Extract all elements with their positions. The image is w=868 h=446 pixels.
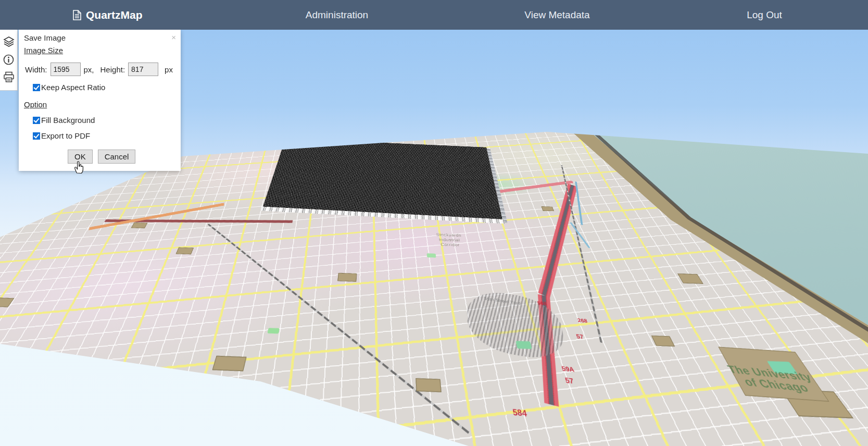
highway-dan-ryan-upper [538,183,577,298]
top-navbar: QuartzMap Administration View Metadata L… [0,0,868,30]
layers-icon [3,36,15,47]
print-tool-button[interactable] [0,68,17,86]
keep-aspect-ratio-checkbox[interactable] [33,84,40,91]
width-unit: px, [84,65,94,74]
building-footprint [416,378,441,392]
building-footprint [131,222,147,228]
building-footprint [0,298,14,307]
identify-tool-button[interactable] [0,51,17,68]
green-space [515,341,532,349]
building-footprint [651,336,675,346]
height-unit: px [165,65,173,74]
building-footprint [677,274,703,284]
width-label: Width: [25,65,47,74]
section-option: Option [24,100,181,109]
cancel-button[interactable]: Cancel [98,150,136,164]
ok-button[interactable]: OK [68,150,93,164]
keep-aspect-ratio-row: Keep Aspect Ratio [33,83,181,92]
route-shield: 59A [561,365,575,374]
width-input[interactable] [51,63,81,76]
document-logo-icon [73,10,81,20]
dialog-buttons: OK Cancel [68,150,181,171]
app-window: Stockyards Industrial Corridor The Unive… [0,0,868,446]
chicago-river [575,181,583,225]
close-icon[interactable]: × [171,33,176,41]
height-input[interactable] [128,63,158,76]
fill-background-label: Fill Background [41,116,95,125]
road-orange [89,203,224,230]
route-shield: 584 [512,407,527,418]
dialog-title: Save Image [19,30,181,43]
export-to-pdf-label: Export to PDF [41,131,90,140]
brand[interactable]: QuartzMap [73,0,143,30]
green-space [267,328,280,333]
nav-administration[interactable]: Administration [306,0,368,30]
railway-line [561,165,602,343]
height-label: Height: [100,65,125,74]
export-to-pdf-checkbox[interactable] [33,132,40,140]
section-image-size: Image Size [24,46,181,55]
nav-log-out[interactable]: Log Out [747,0,782,30]
tool-sidebar [0,30,18,91]
fill-background-row: Fill Background [33,116,181,125]
nav-view-metadata[interactable]: View Metadata [524,0,589,30]
save-image-dialog: Save Image × Image Size Width: px, Heigh… [19,30,181,171]
district-label: Stockyards Industrial Corridor [419,232,480,248]
route-shield: 57 [575,333,584,340]
fill-background-checkbox[interactable] [33,117,40,124]
green-space [427,253,436,257]
brand-name: QuartzMap [86,9,143,21]
building-footprint [212,356,247,371]
printer-icon [3,71,15,83]
route-shield: 568 [537,300,547,306]
layers-tool-button[interactable] [0,33,17,51]
route-shield: 268 [577,317,588,324]
keep-aspect-ratio-label: Keep Aspect Ratio [41,83,105,92]
building-footprint [542,206,554,211]
building-footprint [337,273,357,282]
route-shield: 57 [564,376,574,385]
building-footprint [176,247,194,255]
size-row: Width: px, Height: px [25,63,181,76]
info-icon [3,54,14,65]
export-to-pdf-row: Export to PDF [33,131,181,140]
lidar-tile-overlay [263,139,502,219]
